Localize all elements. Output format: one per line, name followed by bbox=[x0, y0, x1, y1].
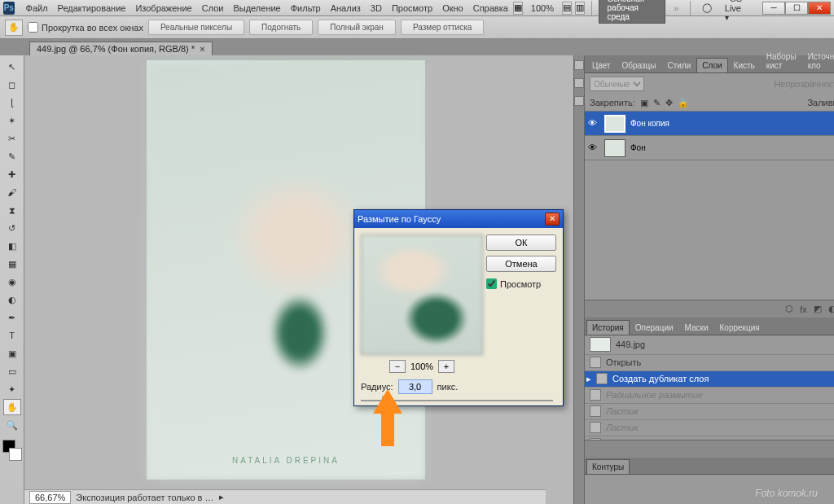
tab-color[interactable]: Цвет bbox=[586, 58, 616, 72]
eraser-tool-icon[interactable]: ◧ bbox=[3, 238, 21, 254]
menu-image[interactable]: Изображение bbox=[130, 3, 196, 13]
zoom-out-button[interactable]: − bbox=[389, 360, 406, 373]
document-tab[interactable]: 449.jpg @ 66,7% (Фон копия, RGB/8) * × bbox=[29, 42, 213, 55]
zoom-level[interactable]: 100% bbox=[526, 3, 559, 13]
collapsed-panels-strip[interactable] bbox=[573, 55, 585, 504]
history-step[interactable]: Радиальное размытие bbox=[585, 388, 834, 404]
menu-filter[interactable]: Фильтр bbox=[286, 3, 326, 13]
layer-name[interactable]: Фон копия bbox=[630, 119, 669, 128]
move-tool-icon[interactable]: ↖ bbox=[3, 59, 21, 75]
stamp-tool-icon[interactable]: ⧗ bbox=[3, 202, 21, 218]
tab-clone-source[interactable]: Источник кло bbox=[802, 49, 834, 72]
history-step[interactable]: ▸Создать дубликат слоя bbox=[585, 371, 834, 388]
3d-tool-icon[interactable]: ✦ bbox=[3, 381, 21, 397]
tab-paths[interactable]: Контуры bbox=[586, 459, 630, 474]
gradient-tool-icon[interactable]: ▦ bbox=[3, 256, 21, 272]
menu-3d[interactable]: 3D bbox=[366, 3, 387, 13]
menu-view[interactable]: Просмотр bbox=[387, 3, 437, 13]
history-step[interactable]: Ластик bbox=[585, 404, 834, 420]
close-tab-icon[interactable]: × bbox=[200, 44, 204, 54]
menu-edit[interactable]: Редактирование bbox=[53, 3, 131, 13]
dialog-titlebar[interactable]: Размытие по Гауссу ✕ bbox=[354, 210, 563, 228]
marquee-tool-icon[interactable]: ◻ bbox=[3, 77, 21, 93]
tab-actions[interactable]: Операции bbox=[630, 320, 679, 335]
menu-help[interactable]: Справка bbox=[468, 3, 513, 13]
zoom-field[interactable]: 66,67% bbox=[29, 491, 71, 504]
type-tool-icon[interactable]: T bbox=[3, 327, 21, 344]
healing-tool-icon[interactable]: ✚ bbox=[3, 166, 21, 182]
menu-window[interactable]: Окно bbox=[437, 3, 468, 13]
history-step[interactable]: Ластик bbox=[585, 420, 834, 436]
menu-file[interactable]: Файл bbox=[21, 3, 53, 13]
hand-tool-icon[interactable]: ✋ bbox=[3, 399, 21, 415]
tab-masks[interactable]: Маски bbox=[679, 320, 714, 335]
workspace-more-icon[interactable]: » bbox=[669, 3, 683, 13]
history-step[interactable]: Открыть bbox=[585, 355, 834, 371]
eyedropper-tool-icon[interactable]: ✎ bbox=[3, 148, 21, 164]
full-screen-button[interactable]: Полный экран bbox=[318, 20, 396, 35]
workspace-switcher[interactable]: Основная рабочая среда bbox=[599, 0, 666, 24]
window-close-button[interactable]: ✕ bbox=[808, 2, 831, 15]
layer-name[interactable]: Фон bbox=[630, 143, 646, 152]
visibility-icon[interactable]: 👁 bbox=[588, 118, 599, 129]
color-swatches[interactable] bbox=[2, 440, 22, 461]
radius-input[interactable] bbox=[398, 379, 432, 394]
lock-position-icon[interactable]: ✥ bbox=[665, 98, 673, 108]
print-size-button[interactable]: Размер оттиска bbox=[401, 20, 484, 35]
tab-styles[interactable]: Стили bbox=[661, 58, 696, 72]
path-select-tool-icon[interactable]: ▣ bbox=[3, 345, 21, 362]
dialog-close-button[interactable]: ✕ bbox=[545, 213, 560, 226]
blur-tool-icon[interactable]: ◉ bbox=[3, 274, 21, 290]
lasso-tool-icon[interactable]: ɭ bbox=[3, 94, 21, 111]
tab-brush[interactable]: Кисть bbox=[728, 58, 761, 72]
brush-tool-icon[interactable]: 🖌 bbox=[3, 184, 21, 200]
crop-tool-icon[interactable]: ✂ bbox=[3, 130, 21, 147]
layer-row[interactable]: 👁 Фон копия bbox=[585, 112, 834, 136]
collapsed-panel-icon[interactable] bbox=[574, 96, 584, 106]
ok-button[interactable]: ОК bbox=[486, 234, 556, 251]
launch-bridge-icon[interactable]: ▦ bbox=[513, 2, 523, 15]
zoom-tool-icon[interactable]: 🔍 bbox=[3, 417, 21, 433]
cs-live-button[interactable]: CS Live ▾ bbox=[720, 0, 754, 22]
tab-adjustments[interactable]: Коррекция bbox=[714, 320, 766, 335]
arrange-docs-icon[interactable]: ▥ bbox=[575, 2, 585, 15]
lock-transparency-icon[interactable]: ▣ bbox=[640, 98, 648, 108]
history-brush-tool-icon[interactable]: ↺ bbox=[3, 220, 21, 236]
window-minimize-button[interactable]: ─ bbox=[762, 2, 785, 15]
layer-row[interactable]: 👁 Фон 🔒 bbox=[585, 136, 834, 160]
quick-select-tool-icon[interactable]: ✶ bbox=[3, 112, 21, 129]
tab-history[interactable]: История bbox=[586, 320, 630, 335]
visibility-icon[interactable]: 👁 bbox=[588, 142, 599, 154]
fit-screen-button[interactable]: Подогнать bbox=[249, 20, 313, 35]
preview-checkbox[interactable]: Просмотр bbox=[486, 278, 556, 289]
window-maximize-button[interactable]: ☐ bbox=[785, 2, 808, 15]
tab-brush-presets[interactable]: Наборы кист bbox=[761, 49, 802, 72]
lock-all-icon[interactable]: 🔒 bbox=[678, 98, 689, 108]
actual-pixels-button[interactable]: Реальные пикселы bbox=[148, 20, 244, 35]
collapsed-panel-icon[interactable] bbox=[574, 60, 584, 70]
background-color[interactable] bbox=[9, 448, 22, 461]
menu-layers[interactable]: Слои bbox=[197, 3, 229, 13]
cancel-button[interactable]: Отмена bbox=[486, 256, 556, 272]
adjustment-layer-icon[interactable]: ◐ bbox=[828, 304, 834, 314]
tab-layers[interactable]: Слои bbox=[696, 58, 727, 72]
dodge-tool-icon[interactable]: ◐ bbox=[3, 291, 21, 308]
layer-thumbnail[interactable] bbox=[604, 115, 626, 133]
hand-tool-icon[interactable]: ✋ bbox=[5, 20, 23, 36]
link-layers-icon[interactable]: ⬡ bbox=[785, 304, 793, 314]
blend-mode-select[interactable]: Обычные bbox=[590, 77, 644, 91]
pen-tool-icon[interactable]: ✒ bbox=[3, 309, 21, 326]
lock-paint-icon[interactable]: ✎ bbox=[653, 98, 661, 108]
scroll-all-checkbox[interactable]: Прокрутка во всех окнах bbox=[28, 22, 143, 33]
dialog-preview[interactable] bbox=[361, 234, 483, 355]
layer-mask-icon[interactable]: ◩ bbox=[814, 304, 822, 314]
menu-analysis[interactable]: Анализ bbox=[326, 3, 366, 13]
layer-thumbnail[interactable] bbox=[604, 139, 626, 157]
tab-swatches[interactable]: Образцы bbox=[616, 58, 661, 72]
collapsed-panel-icon[interactable] bbox=[574, 78, 584, 88]
layer-style-icon[interactable]: fx bbox=[800, 305, 807, 314]
shape-tool-icon[interactable]: ▭ bbox=[3, 363, 21, 379]
zoom-in-button[interactable]: + bbox=[438, 360, 454, 373]
menu-select[interactable]: Выделение bbox=[228, 3, 285, 13]
view-extras-icon[interactable]: ▤ bbox=[562, 2, 572, 15]
